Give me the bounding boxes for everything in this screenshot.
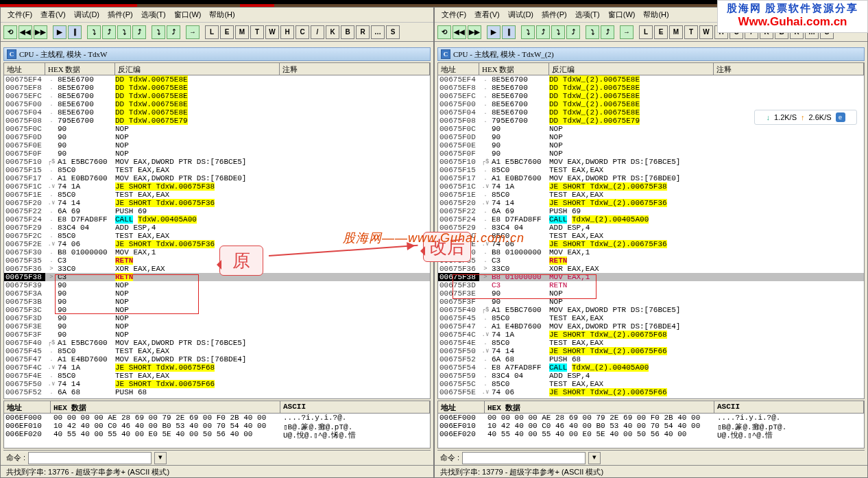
toolbar-btn[interactable]: ⤵ [551, 25, 565, 39]
toolbar-btn[interactable]: ◀◀ [453, 25, 466, 39]
disasm-row[interactable]: 00675F2C.85C0TEST EAX,EAX [438, 232, 864, 240]
hex-hdr-addr[interactable]: 地址 [4, 401, 51, 413]
toolbar-btn[interactable]: ⤵ [521, 25, 535, 39]
disasm-row[interactable]: 00675F30.B8 01000000MOV EAX,1 [438, 248, 864, 256]
toolbar-btn[interactable]: ⟲ [437, 25, 451, 39]
disasm-row[interactable]: 00675F29.83C4 04ADD ESP,4 [438, 224, 864, 232]
menu-item[interactable]: 插件(P) [538, 10, 571, 20]
disasm-row[interactable]: 00675F4E.85C0TEST EAX,EAX [4, 372, 430, 380]
toolbar-btn[interactable]: B [341, 25, 354, 39]
toolbar-btn[interactable]: E [654, 25, 668, 39]
disasm-row[interactable]: 00675F3990NOP [4, 281, 430, 289]
hdr-addr[interactable]: 地址 [4, 63, 45, 75]
toolbar-btn[interactable]: ▶ [53, 25, 67, 39]
hex-row[interactable]: 006EF02040 55 40 00 55 40 00 E0 5E 40 00… [438, 430, 864, 438]
toolbar-btn[interactable]: / [311, 25, 324, 39]
hdr-hex[interactable]: HEX 数据 [479, 63, 549, 75]
hex-row[interactable]: 006EF02040 55 40 00 55 40 00 E0 5E 40 00… [4, 430, 430, 438]
menu-item[interactable]: 查看(V) [36, 10, 70, 20]
disasm-row[interactable]: 00675F54.E8 A7FAD8FFCALL TdxW_(2).00405A… [438, 363, 864, 372]
disasm-row[interactable]: 00675F22.6A 69PUSH 69 [438, 207, 864, 215]
hdr-hex[interactable]: HEX 数据 [45, 63, 115, 75]
menu-item[interactable]: 调试(D) [70, 10, 104, 20]
toolbar-btn[interactable]: ⤵ [117, 25, 131, 39]
toolbar-btn[interactable]: ‖ [502, 25, 516, 39]
disasm-row[interactable]: 00675F0E90NOP [438, 141, 864, 150]
disasm-row[interactable]: 00675F3F90NOP [438, 298, 864, 306]
menu-item[interactable]: 选项(T) [137, 10, 170, 20]
hex-row[interactable]: 006EF01010 42 40 00 C0 46 40 00 B0 53 40… [4, 422, 430, 430]
disasm-row[interactable]: 00675F52.6A 68PUSH 68 [438, 355, 864, 363]
disasm-row[interactable]: 00675F1E.85C0TEST EAX,EAX [438, 191, 864, 199]
toolbar-btn[interactable]: L [205, 25, 219, 39]
disasm-row[interactable]: 00675F24.E8 D7FAD8FFCALL TdxW_(2).00405A… [438, 215, 864, 224]
menu-item[interactable]: 窗口(W) [604, 10, 640, 20]
toolbar-btn[interactable]: T [250, 25, 264, 39]
hex-row[interactable]: 006EF00000 00 00 00 AE 28 69 00 79 2E 69… [4, 414, 430, 422]
disasm-row[interactable]: 00675F3E90NOP [438, 289, 864, 298]
toolbar-btn[interactable]: M [669, 25, 683, 39]
disasm-row[interactable]: 00675F08.795E6700DD TdxW.00675E79 [4, 117, 430, 125]
disasm-row[interactable]: 00675F2E.∨74 06JE SHORT TdxW.00675F36 [4, 240, 430, 248]
disasm-row[interactable]: 00675F47.A1 E4BD7600MOV EAX,DWORD PTR DS… [438, 322, 864, 331]
toolbar-btn[interactable]: ⤴ [536, 25, 550, 39]
toolbar-btn[interactable]: E [220, 25, 234, 39]
disasm-row[interactable]: 00675F35.C3RETN [438, 256, 864, 265]
cmd-dropdown[interactable]: ▾ [588, 452, 601, 464]
toolbar-btn[interactable]: W [699, 25, 713, 39]
disasm-row[interactable]: 00675F0D90NOP [438, 133, 864, 141]
disasm-row[interactable]: 00675F4C.∨74 1AJE SHORT TdxW_(2).00675F6… [438, 331, 864, 339]
disasm-row[interactable]: 00675EF8.8E5E6700DD TdxW.00675E8E [4, 84, 430, 92]
disasm-row[interactable]: 00675F50.∨74 14JE SHORT TdxW_(2).00675F6… [438, 347, 864, 355]
hex-row[interactable]: 006EF00000 00 00 00 AE 28 69 00 79 2E 69… [438, 414, 864, 422]
hex-hdr-data[interactable]: HEX 数据 [51, 401, 280, 413]
disasm-row[interactable]: 00675F45.85C0TEST EAX,EAX [438, 314, 864, 322]
toolbar-btn[interactable]: ⤵ [87, 25, 101, 39]
disasm-row[interactable]: 00675F0C90NOP [438, 125, 864, 133]
toolbar-btn[interactable]: ⤴ [102, 25, 116, 39]
toolbar-btn[interactable]: L [639, 25, 653, 39]
hex-hdr-ascii[interactable]: ASCII [280, 401, 430, 413]
disasm-row[interactable]: 00675F45.85C0TEST EAX,EAX [4, 347, 430, 355]
cmd-dropdown[interactable]: ▾ [154, 452, 167, 464]
disasm-row[interactable]: 00675F3E90NOP [4, 322, 430, 331]
disasm-row[interactable]: 00675F40┌$A1 E5BC7600MOV EAX,DWORD PTR D… [4, 339, 430, 347]
disasm-row[interactable]: 00675F3A90NOP [4, 289, 430, 298]
toolbar-btn[interactable]: → [186, 25, 200, 39]
disasm-row[interactable]: 00675F4E.85C0TEST EAX,EAX [438, 339, 864, 347]
hex-hdr-ascii[interactable]: ASCII [714, 401, 864, 413]
disasm-row[interactable]: 00675F24.E8 D7FAD8FFCALL TdxW.00405A00 [4, 215, 430, 224]
disasm-row[interactable]: 00675F00.8E5E6700DD TdxW_(2).00675E8E [438, 100, 864, 108]
menu-item[interactable]: 调试(D) [504, 10, 538, 20]
menu-item[interactable]: 文件(F) [437, 10, 470, 20]
hex-hdr-addr[interactable]: 地址 [438, 401, 485, 413]
toolbar-btn[interactable]: → [620, 25, 634, 39]
disasm-row[interactable]: 00675F3D90NOP [4, 314, 430, 322]
disasm-row[interactable]: 00675F0F90NOP [4, 150, 430, 158]
menu-item[interactable]: 查看(V) [470, 10, 504, 20]
disasm-row[interactable]: 00675F10┌$A1 E5BC7600MOV EAX,DWORD PTR D… [4, 158, 430, 166]
hdr-asm[interactable]: 反汇编 [549, 63, 714, 75]
toolbar-btn[interactable]: M [235, 25, 249, 39]
toolbar-btn[interactable]: H [280, 25, 294, 39]
disasm-row[interactable]: 00675F04.8E5E6700DD TdxW.00675E8E [4, 108, 430, 117]
disasm-row[interactable]: 00675F5E.∨74 06JE SHORT TdxW_(2).00675F6… [438, 388, 864, 396]
menu-item[interactable]: 窗口(W) [170, 10, 206, 20]
disasm-row[interactable]: 00675F2E.∨74 06JE SHORT TdxW_(2).00675F3… [438, 240, 864, 248]
disasm-row[interactable]: 00675F1E.85C0TEST EAX,EAX [4, 191, 430, 199]
hdr-cmt[interactable]: 注释 [714, 63, 864, 75]
toolbar-btn[interactable]: R [356, 25, 370, 39]
disasm-row[interactable]: 00675F0F90NOP [438, 150, 864, 158]
toolbar-btn[interactable]: K [326, 25, 339, 39]
toolbar-btn[interactable]: T [684, 25, 698, 39]
disasm-row[interactable]: 00675F3F90NOP [4, 331, 430, 339]
toolbar-btn[interactable]: ⤴ [601, 25, 614, 39]
disasm-grid[interactable]: 地址 HEX 数据 反汇编 注释 00675EF4.8E5E6700DD Tdx… [3, 62, 431, 399]
disasm-row[interactable]: 00675F50.∨74 14JE SHORT TdxW.00675F66 [4, 380, 430, 388]
toolbar-btn[interactable]: ⤴ [132, 25, 146, 39]
disasm-row[interactable]: 00675F17.A1 E0BD7600MOV EAX,DWORD PTR DS… [4, 174, 430, 182]
toolbar-btn[interactable]: ‖ [68, 25, 82, 39]
disasm-row[interactable]: 00675F3C90NOP [4, 306, 430, 314]
disasm-row[interactable]: 00675F20.∨74 14JE SHORT TdxW_(2).00675F3… [438, 199, 864, 207]
cmd-input[interactable] [462, 452, 586, 464]
